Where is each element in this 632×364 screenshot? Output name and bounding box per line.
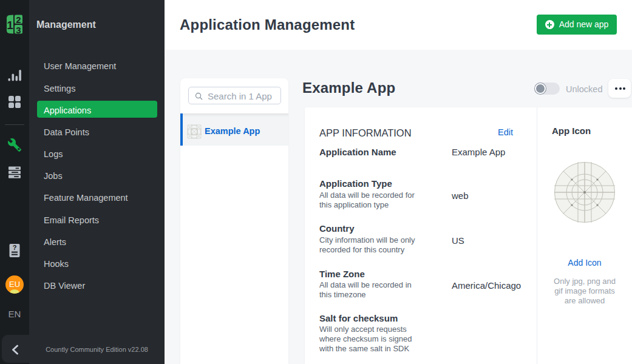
svg-text:1: 1 <box>7 19 13 32</box>
svg-text:?: ? <box>13 244 17 251</box>
svg-text:2: 2 <box>16 15 21 25</box>
svg-text:3: 3 <box>16 25 21 35</box>
